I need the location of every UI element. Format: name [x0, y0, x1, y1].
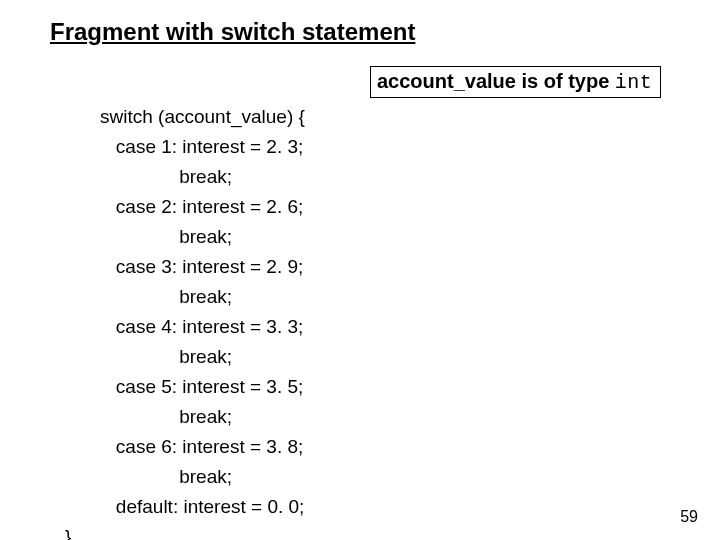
code-line: case 5: interest = 3. 5; — [100, 376, 303, 397]
slide-title: Fragment with switch statement — [50, 18, 415, 46]
code-line: case 3: interest = 2. 9; — [100, 256, 303, 277]
code-line: switch (account_value) { — [100, 106, 305, 127]
code-line: case 1: interest = 2. 3; — [100, 136, 303, 157]
code-line: case 6: interest = 3. 8; — [100, 436, 303, 457]
code-line: break; — [100, 346, 232, 367]
code-line: } — [65, 522, 71, 540]
code-line: break; — [100, 466, 232, 487]
code-line: break; — [100, 406, 232, 427]
code-line: default: interest = 0. 0; — [100, 496, 304, 517]
type-note: account_value is of type int — [370, 66, 661, 98]
code-block: switch (account_value) { case 1: interes… — [100, 72, 305, 540]
code-line: case 2: interest = 2. 6; — [100, 196, 303, 217]
note-type: int — [615, 71, 653, 94]
slide: Fragment with switch statement switch (a… — [0, 0, 720, 540]
code-line: case 4: interest = 3. 3; — [100, 316, 303, 337]
code-line: break; — [100, 226, 232, 247]
note-text: account_value is of type — [377, 70, 615, 92]
code-line: break; — [100, 286, 232, 307]
page-number: 59 — [680, 508, 698, 526]
code-line: break; — [100, 166, 232, 187]
